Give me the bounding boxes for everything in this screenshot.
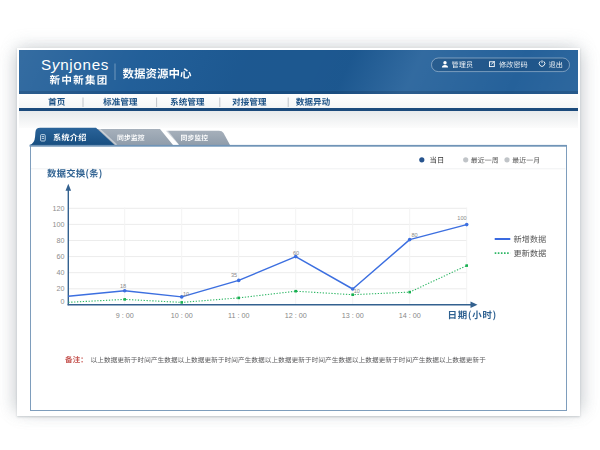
svg-text:10 : 00: 10 : 00 bbox=[171, 311, 193, 320]
svg-text:9 : 00: 9 : 00 bbox=[116, 311, 134, 320]
svg-text:0: 0 bbox=[61, 297, 65, 306]
svg-text:Synjones: Synjones bbox=[41, 56, 109, 73]
svg-text:60: 60 bbox=[57, 252, 65, 261]
svg-text:11 : 00: 11 : 00 bbox=[228, 311, 249, 320]
svg-text:18: 18 bbox=[120, 283, 126, 289]
svg-text:10: 10 bbox=[183, 291, 189, 297]
svg-text:13 : 00: 13 : 00 bbox=[342, 311, 364, 320]
svg-text:12 : 00: 12 : 00 bbox=[285, 311, 307, 320]
svg-text:20: 20 bbox=[57, 284, 65, 293]
svg-text:100: 100 bbox=[457, 215, 466, 221]
svg-text:100: 100 bbox=[53, 220, 65, 229]
svg-text:40: 40 bbox=[57, 268, 65, 277]
svg-text:80: 80 bbox=[411, 232, 417, 238]
svg-text:10: 10 bbox=[354, 288, 360, 294]
svg-text:80: 80 bbox=[57, 236, 65, 245]
svg-text:120: 120 bbox=[53, 204, 65, 213]
svg-text:35: 35 bbox=[231, 272, 237, 278]
svg-text:60: 60 bbox=[293, 250, 299, 256]
svg-text:14 : 00: 14 : 00 bbox=[399, 311, 421, 320]
